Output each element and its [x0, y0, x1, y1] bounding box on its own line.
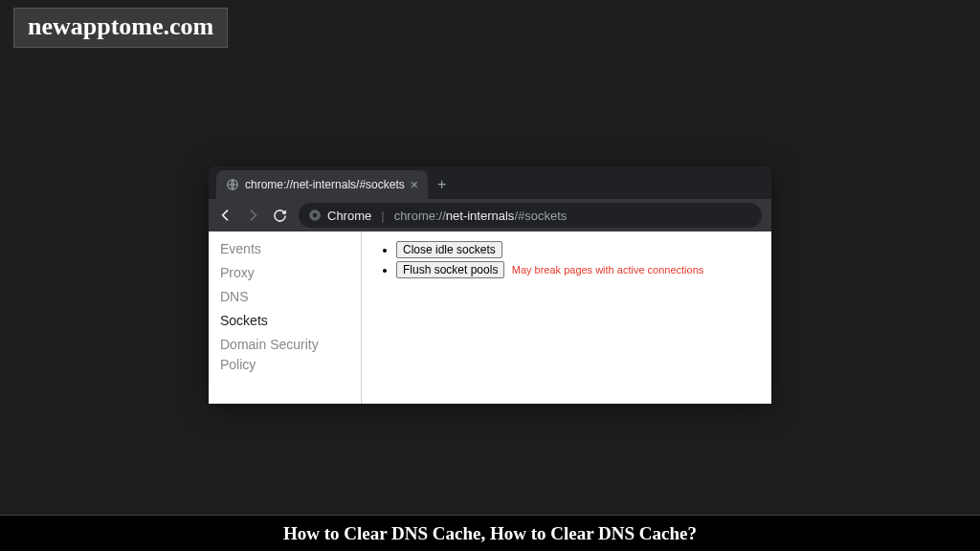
reload-button[interactable]	[272, 209, 287, 223]
back-button[interactable]	[218, 208, 234, 223]
address-bar[interactable]: Chrome | chrome://net-internals/#sockets	[299, 203, 762, 228]
sidebar-item-proxy[interactable]: Proxy	[209, 261, 361, 285]
flush-socket-pools-button[interactable]: Flush socket pools	[396, 261, 504, 278]
site-watermark: newapptome.com	[13, 8, 228, 48]
list-item: Flush socket pools May break pages with …	[396, 261, 754, 278]
new-tab-button[interactable]: +	[428, 170, 456, 199]
address-scheme: Chrome	[327, 209, 371, 223]
tab-title: chrome://net-internals/#sockets	[245, 178, 405, 191]
close-idle-sockets-button[interactable]: Close idle sockets	[396, 241, 502, 258]
close-tab-icon[interactable]: ×	[411, 178, 418, 191]
svg-point-2	[313, 213, 318, 218]
browser-window: chrome://net-internals/#sockets × + Chro…	[209, 166, 771, 404]
chrome-icon	[308, 209, 322, 222]
main-panel: Close idle sockets Flush socket pools Ma…	[362, 231, 771, 404]
sidebar: Events Proxy DNS Sockets Domain Security…	[209, 231, 362, 404]
sidebar-item-dns[interactable]: DNS	[209, 285, 361, 309]
browser-toolbar: Chrome | chrome://net-internals/#sockets	[209, 199, 771, 231]
forward-button[interactable]	[245, 208, 260, 223]
sidebar-item-sockets[interactable]: Sockets	[209, 309, 361, 333]
browser-tab[interactable]: chrome://net-internals/#sockets ×	[216, 170, 428, 199]
sidebar-item-events[interactable]: Events	[209, 237, 361, 261]
address-separator: |	[377, 209, 388, 223]
tab-strip: chrome://net-internals/#sockets × +	[209, 166, 771, 199]
list-item: Close idle sockets	[396, 241, 754, 258]
globe-icon	[226, 178, 239, 191]
sidebar-item-domain-security[interactable]: Domain Security Policy	[209, 333, 361, 377]
page-caption: How to Clear DNS Cache, How to Clear DNS…	[0, 515, 980, 551]
page-content: Events Proxy DNS Sockets Domain Security…	[209, 231, 771, 404]
flush-warning-text: May break pages with active connections	[512, 264, 704, 276]
address-url: chrome://net-internals/#sockets	[394, 209, 568, 223]
